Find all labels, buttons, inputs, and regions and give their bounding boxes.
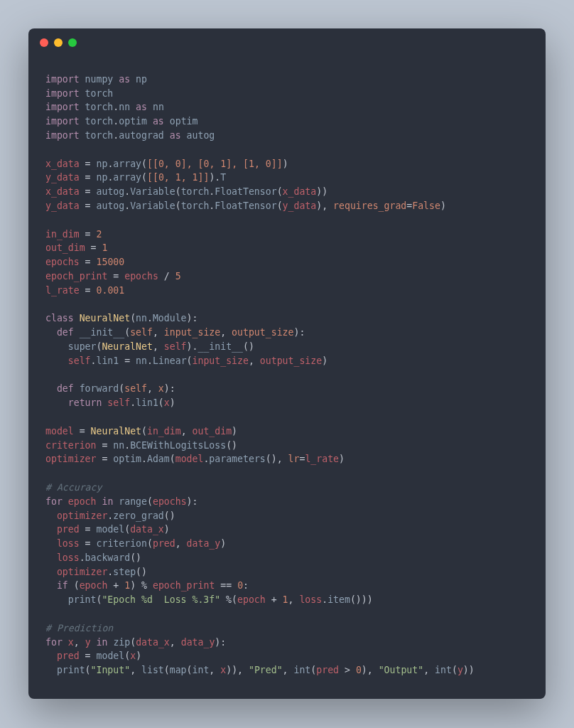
fn: range <box>119 496 147 507</box>
kwarg: lr <box>288 454 300 464</box>
var: epoch <box>68 496 97 507</box>
comment: # Prediction <box>45 623 113 633</box>
obj: nn <box>136 355 147 366</box>
fn: model <box>97 651 125 661</box>
op: = <box>113 271 119 282</box>
obj: loss <box>299 594 322 605</box>
op: = <box>85 524 91 535</box>
keyword: import <box>45 88 80 99</box>
literal: [[0, 1, 1]] <box>147 172 209 183</box>
module: torch <box>85 102 114 112</box>
op: = <box>85 200 91 211</box>
fn: print <box>68 594 97 605</box>
string: "Output" <box>379 665 424 675</box>
arg: x <box>164 397 170 408</box>
op: = <box>124 355 130 366</box>
fn: Adam <box>147 454 170 464</box>
arg: y_data <box>283 200 317 211</box>
var: epoch_print <box>45 271 107 282</box>
op: = <box>85 172 91 183</box>
obj: loss <box>57 552 80 563</box>
string: "Epoch %d Loss %.3f" <box>102 594 220 605</box>
arg: self <box>164 341 187 352</box>
fn: int <box>293 665 310 675</box>
arg: x_data <box>283 186 317 197</box>
var: epoch_print <box>153 580 215 591</box>
module: torch <box>85 130 114 141</box>
code-window: import numpy as np import torch import t… <box>28 28 546 699</box>
var: y_data <box>45 200 80 211</box>
base: Module <box>153 313 187 323</box>
window-titlebar <box>28 28 546 54</box>
obj: nn <box>113 440 124 451</box>
fn: backward <box>85 552 131 563</box>
num: 1 <box>102 242 107 253</box>
var: y_data <box>45 172 80 183</box>
op: % <box>141 580 147 591</box>
fn: Linear <box>153 355 187 366</box>
attr: T <box>220 172 226 183</box>
fn: super <box>68 341 97 352</box>
param: x <box>158 383 164 394</box>
self: self <box>107 397 130 408</box>
arg: input_size <box>193 355 249 366</box>
obj: optim <box>113 454 141 464</box>
fn: FloatTensor <box>215 186 276 197</box>
keyword: for <box>45 496 63 507</box>
num: 5 <box>175 271 181 282</box>
var: pred <box>57 524 80 535</box>
num: 0 <box>356 665 362 675</box>
minimize-icon[interactable] <box>54 38 63 47</box>
class: NeuralNet <box>91 426 141 437</box>
var: x_data <box>45 186 80 197</box>
arg: NeuralNet <box>102 341 152 352</box>
keyword: as <box>119 74 130 85</box>
op: = <box>80 426 85 437</box>
maximize-icon[interactable] <box>68 38 77 47</box>
method-name: __init__ <box>80 327 125 338</box>
fn: zero_grad <box>113 510 163 521</box>
module: torch <box>85 116 114 127</box>
fn: array <box>113 159 141 169</box>
arg: pred <box>153 538 175 549</box>
obj: np <box>97 172 108 183</box>
var: loss <box>57 538 80 549</box>
fn: Variable <box>130 186 175 197</box>
num: 2 <box>97 229 102 240</box>
fn: lin1 <box>136 397 158 408</box>
alias: nn <box>153 102 164 112</box>
arg: y <box>457 665 463 675</box>
keyword: def <box>57 383 74 394</box>
keyword: as <box>153 116 164 127</box>
op: = <box>85 651 91 661</box>
num: 1 <box>283 594 288 605</box>
fn: FloatTensor <box>215 200 276 211</box>
num: 0.001 <box>97 285 125 296</box>
keyword: import <box>45 116 80 127</box>
num: 0 <box>237 580 243 591</box>
keyword: in <box>97 637 108 648</box>
self: self <box>68 355 91 366</box>
close-icon[interactable] <box>40 38 48 47</box>
keyword: as <box>170 130 181 141</box>
fn: array <box>113 172 141 183</box>
var: epochs <box>45 257 80 267</box>
obj: autog <box>97 186 125 197</box>
module: torch <box>85 88 114 99</box>
fn: zip <box>113 637 130 648</box>
arg: epochs <box>153 496 187 507</box>
op: = <box>91 242 97 253</box>
fn: BCEWithLogitsLoss <box>130 440 226 451</box>
op: = <box>85 159 91 169</box>
var: pred <box>316 665 339 675</box>
var: criterion <box>45 440 96 451</box>
fn: parameters <box>209 454 265 464</box>
obj: torch <box>181 200 210 211</box>
keyword: in <box>102 496 113 507</box>
arg: data_y <box>187 538 221 549</box>
op: % <box>226 594 232 605</box>
string: "Pred" <box>249 665 283 675</box>
code-content: import numpy as np import torch import t… <box>28 54 546 678</box>
fn: int <box>435 665 452 675</box>
keyword: import <box>45 102 80 112</box>
